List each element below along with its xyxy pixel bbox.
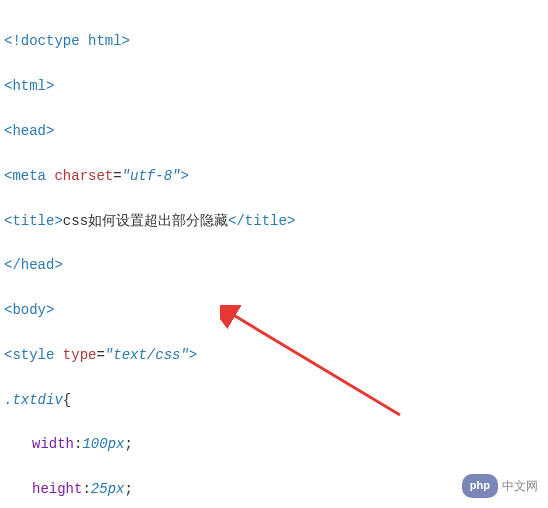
body-open: <body> <box>4 302 54 318</box>
head-open: <head> <box>4 123 54 139</box>
code-line: <!doctype html> <box>4 30 544 52</box>
html-open: <html> <box>4 78 54 94</box>
code-line: <title>css如何设置超出部分隐藏</title> <box>4 210 544 232</box>
code-line: <body> <box>4 299 544 321</box>
watermark-label: 中文网 <box>502 477 538 496</box>
watermark: php 中文网 <box>462 474 538 498</box>
code-line: <meta charset="utf-8"> <box>4 165 544 187</box>
code-line: <head> <box>4 120 544 142</box>
php-badge-icon: php <box>462 474 498 498</box>
code-line: </head> <box>4 254 544 276</box>
head-close: </head> <box>4 257 63 273</box>
code-line: width:100px; <box>4 433 544 455</box>
doctype: <!doctype html> <box>4 33 130 49</box>
code-line: .txtdiv{ <box>4 389 544 411</box>
code-editor[interactable]: <!doctype html> <html> <head> <meta char… <box>4 8 544 508</box>
code-line: <style type="text/css"> <box>4 344 544 366</box>
code-line: <html> <box>4 75 544 97</box>
